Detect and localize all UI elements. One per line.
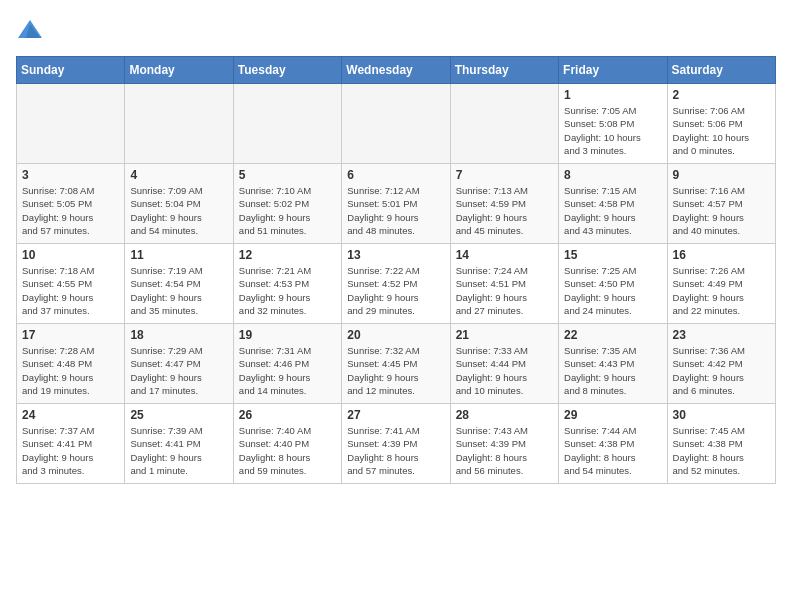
day-number: 27 [347, 408, 444, 422]
calendar-cell: 26Sunrise: 7:40 AM Sunset: 4:40 PM Dayli… [233, 404, 341, 484]
calendar-cell: 13Sunrise: 7:22 AM Sunset: 4:52 PM Dayli… [342, 244, 450, 324]
page-header [16, 16, 776, 44]
day-info: Sunrise: 7:05 AM Sunset: 5:08 PM Dayligh… [564, 104, 661, 157]
calendar-cell: 16Sunrise: 7:26 AM Sunset: 4:49 PM Dayli… [667, 244, 775, 324]
day-number: 3 [22, 168, 119, 182]
day-number: 9 [673, 168, 770, 182]
calendar-cell: 8Sunrise: 7:15 AM Sunset: 4:58 PM Daylig… [559, 164, 667, 244]
calendar-cell: 19Sunrise: 7:31 AM Sunset: 4:46 PM Dayli… [233, 324, 341, 404]
calendar-cell: 11Sunrise: 7:19 AM Sunset: 4:54 PM Dayli… [125, 244, 233, 324]
calendar-week-4: 17Sunrise: 7:28 AM Sunset: 4:48 PM Dayli… [17, 324, 776, 404]
calendar-week-1: 1Sunrise: 7:05 AM Sunset: 5:08 PM Daylig… [17, 84, 776, 164]
day-info: Sunrise: 7:15 AM Sunset: 4:58 PM Dayligh… [564, 184, 661, 237]
calendar-cell: 27Sunrise: 7:41 AM Sunset: 4:39 PM Dayli… [342, 404, 450, 484]
day-number: 12 [239, 248, 336, 262]
day-info: Sunrise: 7:45 AM Sunset: 4:38 PM Dayligh… [673, 424, 770, 477]
day-number: 24 [22, 408, 119, 422]
calendar-header-friday: Friday [559, 57, 667, 84]
day-number: 13 [347, 248, 444, 262]
calendar-cell [233, 84, 341, 164]
calendar-header-thursday: Thursday [450, 57, 558, 84]
day-number: 21 [456, 328, 553, 342]
day-number: 22 [564, 328, 661, 342]
calendar-cell: 4Sunrise: 7:09 AM Sunset: 5:04 PM Daylig… [125, 164, 233, 244]
day-info: Sunrise: 7:10 AM Sunset: 5:02 PM Dayligh… [239, 184, 336, 237]
day-info: Sunrise: 7:06 AM Sunset: 5:06 PM Dayligh… [673, 104, 770, 157]
calendar-header-monday: Monday [125, 57, 233, 84]
day-info: Sunrise: 7:43 AM Sunset: 4:39 PM Dayligh… [456, 424, 553, 477]
day-number: 18 [130, 328, 227, 342]
day-info: Sunrise: 7:25 AM Sunset: 4:50 PM Dayligh… [564, 264, 661, 317]
day-info: Sunrise: 7:39 AM Sunset: 4:41 PM Dayligh… [130, 424, 227, 477]
day-info: Sunrise: 7:26 AM Sunset: 4:49 PM Dayligh… [673, 264, 770, 317]
day-number: 30 [673, 408, 770, 422]
day-number: 28 [456, 408, 553, 422]
calendar-week-5: 24Sunrise: 7:37 AM Sunset: 4:41 PM Dayli… [17, 404, 776, 484]
calendar-cell: 6Sunrise: 7:12 AM Sunset: 5:01 PM Daylig… [342, 164, 450, 244]
calendar-cell [450, 84, 558, 164]
calendar-cell: 18Sunrise: 7:29 AM Sunset: 4:47 PM Dayli… [125, 324, 233, 404]
calendar-cell: 10Sunrise: 7:18 AM Sunset: 4:55 PM Dayli… [17, 244, 125, 324]
day-number: 4 [130, 168, 227, 182]
day-number: 23 [673, 328, 770, 342]
calendar-cell [125, 84, 233, 164]
day-number: 17 [22, 328, 119, 342]
calendar-cell: 28Sunrise: 7:43 AM Sunset: 4:39 PM Dayli… [450, 404, 558, 484]
logo-icon [16, 16, 44, 44]
day-number: 10 [22, 248, 119, 262]
calendar-cell: 7Sunrise: 7:13 AM Sunset: 4:59 PM Daylig… [450, 164, 558, 244]
day-info: Sunrise: 7:12 AM Sunset: 5:01 PM Dayligh… [347, 184, 444, 237]
calendar-cell: 1Sunrise: 7:05 AM Sunset: 5:08 PM Daylig… [559, 84, 667, 164]
calendar-cell: 22Sunrise: 7:35 AM Sunset: 4:43 PM Dayli… [559, 324, 667, 404]
day-info: Sunrise: 7:28 AM Sunset: 4:48 PM Dayligh… [22, 344, 119, 397]
day-info: Sunrise: 7:36 AM Sunset: 4:42 PM Dayligh… [673, 344, 770, 397]
calendar-cell: 23Sunrise: 7:36 AM Sunset: 4:42 PM Dayli… [667, 324, 775, 404]
day-info: Sunrise: 7:19 AM Sunset: 4:54 PM Dayligh… [130, 264, 227, 317]
calendar-body: 1Sunrise: 7:05 AM Sunset: 5:08 PM Daylig… [17, 84, 776, 484]
day-info: Sunrise: 7:24 AM Sunset: 4:51 PM Dayligh… [456, 264, 553, 317]
day-info: Sunrise: 7:41 AM Sunset: 4:39 PM Dayligh… [347, 424, 444, 477]
calendar-cell: 24Sunrise: 7:37 AM Sunset: 4:41 PM Dayli… [17, 404, 125, 484]
calendar-cell: 21Sunrise: 7:33 AM Sunset: 4:44 PM Dayli… [450, 324, 558, 404]
day-info: Sunrise: 7:29 AM Sunset: 4:47 PM Dayligh… [130, 344, 227, 397]
calendar-cell: 2Sunrise: 7:06 AM Sunset: 5:06 PM Daylig… [667, 84, 775, 164]
calendar-cell [342, 84, 450, 164]
calendar-header-wednesday: Wednesday [342, 57, 450, 84]
calendar-header-tuesday: Tuesday [233, 57, 341, 84]
calendar-week-3: 10Sunrise: 7:18 AM Sunset: 4:55 PM Dayli… [17, 244, 776, 324]
day-info: Sunrise: 7:40 AM Sunset: 4:40 PM Dayligh… [239, 424, 336, 477]
day-info: Sunrise: 7:21 AM Sunset: 4:53 PM Dayligh… [239, 264, 336, 317]
day-info: Sunrise: 7:33 AM Sunset: 4:44 PM Dayligh… [456, 344, 553, 397]
day-info: Sunrise: 7:18 AM Sunset: 4:55 PM Dayligh… [22, 264, 119, 317]
calendar-cell: 17Sunrise: 7:28 AM Sunset: 4:48 PM Dayli… [17, 324, 125, 404]
day-info: Sunrise: 7:44 AM Sunset: 4:38 PM Dayligh… [564, 424, 661, 477]
day-info: Sunrise: 7:08 AM Sunset: 5:05 PM Dayligh… [22, 184, 119, 237]
day-info: Sunrise: 7:16 AM Sunset: 4:57 PM Dayligh… [673, 184, 770, 237]
day-info: Sunrise: 7:31 AM Sunset: 4:46 PM Dayligh… [239, 344, 336, 397]
calendar-cell: 30Sunrise: 7:45 AM Sunset: 4:38 PM Dayli… [667, 404, 775, 484]
day-number: 11 [130, 248, 227, 262]
day-number: 29 [564, 408, 661, 422]
day-number: 15 [564, 248, 661, 262]
day-number: 19 [239, 328, 336, 342]
calendar-week-2: 3Sunrise: 7:08 AM Sunset: 5:05 PM Daylig… [17, 164, 776, 244]
calendar-cell: 9Sunrise: 7:16 AM Sunset: 4:57 PM Daylig… [667, 164, 775, 244]
day-number: 2 [673, 88, 770, 102]
day-info: Sunrise: 7:37 AM Sunset: 4:41 PM Dayligh… [22, 424, 119, 477]
day-number: 26 [239, 408, 336, 422]
calendar-cell: 12Sunrise: 7:21 AM Sunset: 4:53 PM Dayli… [233, 244, 341, 324]
day-number: 1 [564, 88, 661, 102]
calendar-cell: 29Sunrise: 7:44 AM Sunset: 4:38 PM Dayli… [559, 404, 667, 484]
day-number: 20 [347, 328, 444, 342]
calendar-cell: 25Sunrise: 7:39 AM Sunset: 4:41 PM Dayli… [125, 404, 233, 484]
calendar-cell: 3Sunrise: 7:08 AM Sunset: 5:05 PM Daylig… [17, 164, 125, 244]
day-number: 8 [564, 168, 661, 182]
day-number: 25 [130, 408, 227, 422]
day-info: Sunrise: 7:22 AM Sunset: 4:52 PM Dayligh… [347, 264, 444, 317]
calendar-cell [17, 84, 125, 164]
calendar-header-saturday: Saturday [667, 57, 775, 84]
calendar-cell: 5Sunrise: 7:10 AM Sunset: 5:02 PM Daylig… [233, 164, 341, 244]
calendar-cell: 14Sunrise: 7:24 AM Sunset: 4:51 PM Dayli… [450, 244, 558, 324]
calendar-table: SundayMondayTuesdayWednesdayThursdayFrid… [16, 56, 776, 484]
day-number: 16 [673, 248, 770, 262]
